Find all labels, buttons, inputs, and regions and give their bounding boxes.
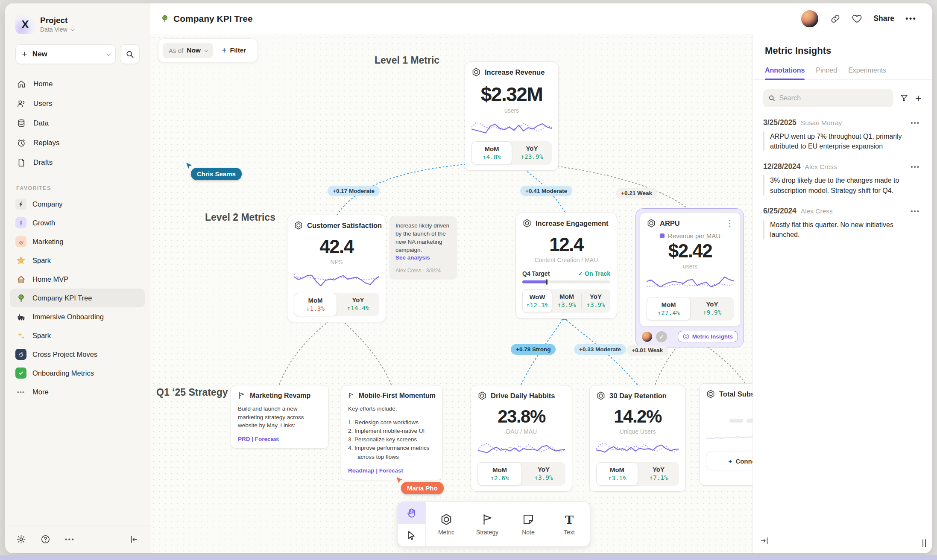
canvas-filter-bar: As of Now + Filter: [158, 38, 258, 62]
tree-icon: [15, 292, 26, 303]
sidebar-item-users[interactable]: Users: [11, 94, 144, 114]
note-tool-button[interactable]: Note: [508, 502, 549, 546]
project-view-switcher[interactable]: Data View: [40, 26, 73, 33]
metric-unit: Content Creation / MAU: [522, 257, 610, 263]
list-item: 4. Improve performance metrics across to…: [348, 444, 436, 461]
kebab-menu-icon[interactable]: ⋮: [726, 219, 734, 227]
sidebar-item-growth[interactable]: Growth: [10, 213, 145, 232]
sidebar-item-marketing[interactable]: Marketing: [10, 232, 145, 251]
strategy-intro: Key efforts include:: [348, 405, 436, 413]
share-button[interactable]: Share: [873, 14, 894, 23]
favorite-heart-icon[interactable]: [852, 13, 862, 24]
metric-card-drive-daily-habbits[interactable]: Drive Daily Habbits 23.8% DAU / MAU MoM …: [471, 385, 572, 492]
metric-insights-button[interactable]: Metric Insights: [678, 331, 738, 342]
new-button[interactable]: + New: [15, 44, 116, 64]
metric-card-30-day-retention[interactable]: 30 Day Retention 14.2% Unique Users MoM …: [589, 385, 686, 492]
sparkles-icon: [15, 330, 26, 341]
tree-icon: [161, 15, 169, 23]
strategy-card-marketing-revamp[interactable]: Marketing Revamp Build and launch a new …: [231, 385, 329, 449]
annotation-menu-icon[interactable]: •••: [911, 163, 920, 170]
search-button[interactable]: [120, 44, 140, 64]
stat-mom: MoM ↑2.6%: [477, 462, 522, 486]
sidebar-item-drafts[interactable]: Drafts: [11, 153, 144, 172]
search-input[interactable]: [779, 94, 887, 102]
annotation-text: ARPU went up 7% throughout Q1, primarily…: [763, 131, 920, 151]
toggle-panel-icon[interactable]: [925, 540, 926, 547]
workspace-logo[interactable]: X: [15, 15, 35, 34]
sidebar-item-home[interactable]: Home: [11, 74, 144, 94]
sidebar-item-spark[interactable]: Spark: [10, 251, 145, 270]
select-tool-button[interactable]: [398, 524, 425, 546]
kpi-tree-canvas[interactable]: As of Now + Filter Level 1 Metric Level …: [150, 34, 753, 553]
filter-funnel-icon[interactable]: [900, 94, 908, 102]
sidebar-item-cross-project-moves[interactable]: Cross Project Moves: [10, 345, 145, 364]
strategy-list: 1. Redesign core workflows 2. Implement …: [348, 418, 436, 461]
chevron-down-icon: [70, 27, 75, 31]
project-title: Project: [40, 16, 73, 25]
expand-panel-icon[interactable]: [760, 536, 769, 547]
metric-value: 14.2%: [596, 406, 679, 427]
edge-weight-badge: +0.33 Moderate: [574, 344, 626, 355]
metric-card-increase-revenue[interactable]: Increase Revenue $2.32M users MoM ↑4.8% …: [465, 61, 559, 171]
annotations-search[interactable]: [763, 89, 893, 107]
strategy-tool-button[interactable]: Strategy: [467, 502, 508, 546]
see-analysis-link[interactable]: See analysis: [395, 254, 451, 261]
tab-pinned[interactable]: Pinned: [816, 67, 837, 79]
topbar: Company KPI Tree Share •••: [150, 3, 932, 34]
metric-unit: users: [471, 107, 552, 114]
hand-tool-button[interactable]: [398, 502, 425, 524]
copy-link-icon[interactable]: [830, 14, 840, 24]
metric-card-increase-engagement[interactable]: Increase Engagement 12.4 Content Creatio…: [515, 213, 617, 319]
canvas-toolbar: Metric Strategy Note T Text: [397, 502, 590, 547]
stat-yoy: YoY ↑7.1%: [638, 462, 679, 486]
help-icon[interactable]: [41, 534, 50, 544]
user-avatar[interactable]: [800, 9, 819, 28]
sidebar-item-company[interactable]: Company: [10, 195, 145, 213]
connect-label: Connect: [735, 458, 753, 465]
collapse-sidebar-icon[interactable]: [129, 535, 139, 544]
as-of-dropdown[interactable]: As of Now: [163, 43, 213, 58]
target-progress-bar: [522, 280, 610, 283]
strategy-body: Build and launch a new marketing strateg…: [238, 405, 322, 430]
sidebar-item-more[interactable]: ••• More: [10, 382, 145, 401]
tab-annotations[interactable]: Annotations: [765, 67, 805, 79]
sidebar-item-home-mvp[interactable]: Home MVP: [10, 270, 145, 289]
series-legend: Revenue per MAU: [647, 232, 734, 239]
more-options-icon[interactable]: •••: [905, 14, 917, 23]
sidebar-item-onboarding-metrics[interactable]: Onboarding Metrics: [10, 364, 145, 382]
strategy-label: Q1 ‘25 Strategy: [156, 387, 228, 398]
sidebar-item-data[interactable]: Data: [11, 114, 144, 133]
sidebar-item-company-kpi-tree[interactable]: Company KPI Tree: [10, 289, 145, 307]
metric-title: Total Subscript: [719, 390, 753, 398]
add-filter-button[interactable]: + Filter: [215, 46, 253, 55]
metric-card-arpu-selected[interactable]: ARPU ⋮ Revenue per MAU $2.42 users MoM ↑…: [635, 208, 744, 347]
metric-tool-button[interactable]: Metric: [426, 502, 467, 546]
more-options-icon[interactable]: •••: [65, 536, 75, 543]
strategy-links[interactable]: Roadmap | Forecast: [348, 467, 436, 474]
sidebar-item-label: Replays: [33, 139, 59, 147]
add-annotation-icon[interactable]: +: [915, 92, 922, 105]
annotation-menu-icon[interactable]: •••: [911, 119, 920, 126]
as-of-value: Now: [187, 47, 201, 54]
strategy-links[interactable]: PRD | Forecast: [238, 436, 322, 442]
metric-title: 30 Day Retention: [609, 392, 667, 400]
canvas-note[interactable]: Increase likely driven by the launch of …: [389, 216, 457, 279]
strategy-card-mobile-first-momentum[interactable]: Mobile-First Momentum Key efforts includ…: [341, 385, 443, 480]
connect-data-button[interactable]: + Connect: [706, 452, 753, 470]
stat-mom: MoM ↑27.4%: [647, 297, 691, 321]
chevron-down-icon[interactable]: [106, 52, 111, 56]
sidebar-item-spark-2[interactable]: Spark: [10, 326, 145, 345]
metric-card-customer-satisfaction[interactable]: Customer Satisfaction 42.4 NPS MoM ↓1.3%…: [287, 215, 386, 322]
settings-gear-icon[interactable]: [16, 534, 26, 544]
stat-yoy: YoY ↑3.9%: [581, 289, 610, 313]
text-tool-button[interactable]: T Text: [549, 502, 590, 546]
legend-label: Revenue per MAU: [668, 232, 720, 239]
annotation-menu-icon[interactable]: •••: [911, 207, 920, 215]
metric-card-total-subscriptions[interactable]: Total Subscript + Connect: [699, 383, 753, 486]
tab-experiments[interactable]: Experiments: [848, 67, 886, 79]
sidebar-item-replays[interactable]: Replays: [11, 133, 144, 153]
metric-hexagon-icon: [706, 389, 715, 399]
sidebar-item-immersive-onboarding[interactable]: Immersive Onboarding: [10, 307, 145, 326]
tool-label: Note: [522, 529, 535, 536]
collaborator-avatar: [641, 331, 653, 342]
